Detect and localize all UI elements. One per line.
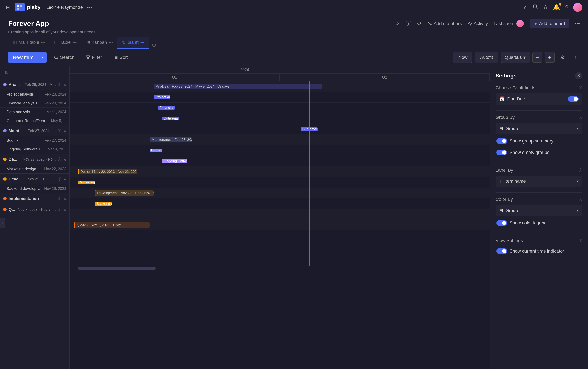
- svg-line-4: [536, 8, 538, 9]
- group-chevron-implementation[interactable]: ∧: [63, 196, 66, 201]
- avatar[interactable]: [573, 3, 582, 12]
- settings-color-by-select[interactable]: ⊞ Group ▾: [496, 205, 582, 216]
- gantt-bar-development[interactable]: Development | Nov 29, 2023 - Nov 29, 202…: [95, 190, 154, 196]
- tab-table-more[interactable]: •••: [72, 40, 77, 45]
- help-icon[interactable]: ?: [565, 4, 568, 11]
- group-chevron-development[interactable]: ∧: [63, 177, 66, 181]
- new-item-label[interactable]: New Item: [8, 52, 38, 63]
- tab-kanban[interactable]: Kanban •••: [81, 37, 117, 49]
- gantt-row-implementation-group[interactable]: [70, 209, 490, 220]
- group-chevron-analysis[interactable]: ∧: [63, 82, 66, 87]
- collapse-all-icon[interactable]: ⇅: [4, 70, 8, 75]
- show-empty-groups-toggle[interactable]: [496, 150, 507, 155]
- new-item-button[interactable]: New Item ▾: [8, 52, 47, 63]
- tab-kanban-more[interactable]: •••: [109, 40, 113, 45]
- tab-gantt-more[interactable]: •••: [140, 40, 145, 45]
- group-info-icon[interactable]: ⓘ: [58, 207, 61, 212]
- gantt-row-development-group[interactable]: Development | Nov 29, 2023 - Nov 29, 202…: [70, 188, 490, 198]
- star-icon[interactable]: ☆: [543, 4, 548, 11]
- filter-button[interactable]: Filter: [82, 52, 106, 62]
- search-nav-icon[interactable]: [532, 4, 538, 11]
- gantt-bar-ongoing-updates[interactable]: Ongoing Software Updates: [162, 159, 187, 163]
- zoom-out-button[interactable]: −: [532, 52, 542, 62]
- group-info-icon[interactable]: ⓘ: [58, 82, 61, 87]
- svg-marker-22: [86, 56, 90, 59]
- settings-label-by-select[interactable]: T Item name ▾: [496, 176, 582, 187]
- new-item-dropdown-arrow[interactable]: ▾: [38, 52, 47, 62]
- group-chevron-maintenance[interactable]: ∧: [63, 129, 66, 133]
- group-header-implementation[interactable]: Implementation ⓘ ∧: [0, 193, 70, 204]
- group-header-maintenance[interactable]: Maint... Feb 27, 2024 - ... ⓘ ∧: [0, 125, 70, 136]
- gantt-bar-data-analysis[interactable]: Data analysis: [162, 117, 179, 120]
- gantt-row-analysis-group[interactable]: Analysis | Feb 28, 2024 - May 5, 2024 | …: [70, 81, 490, 92]
- info-icon[interactable]: ⓘ: [406, 20, 411, 28]
- history-icon[interactable]: ⟳: [417, 20, 422, 27]
- group-header-analysis[interactable]: Ana... Feb 28, 2024 - M... ⓘ ∧: [0, 79, 70, 90]
- group-name-implementation: Implementation: [9, 196, 56, 201]
- show-group-summary-toggle[interactable]: [496, 138, 507, 144]
- gantt-row-design-group[interactable]: Design | Nov 22, 2023 - Nov 22, 2023 | 1…: [70, 166, 490, 177]
- gantt-bar-analysis[interactable]: Analysis | Feb 28, 2024 - May 5, 2024 | …: [154, 84, 322, 89]
- gantt-bar-project-analysis[interactable]: Project analysis: [154, 95, 170, 99]
- group-header-design[interactable]: De... Nov 22, 2023 - No... ⓘ ∧: [0, 154, 70, 165]
- gantt-bar-maintenance[interactable]: Maintenance | Feb 27, 2024 - Mar 4, 2024…: [149, 137, 191, 143]
- settings-close-button[interactable]: ✕: [575, 72, 582, 79]
- project-more-icon[interactable]: •••: [575, 21, 580, 26]
- group-info-icon[interactable]: ⓘ: [58, 128, 61, 133]
- gantt-right-panel[interactable]: 2024 Q1 Q2 Analysis | Feb 28, 2024 - May…: [70, 66, 490, 369]
- horizontal-scrollbar[interactable]: [70, 266, 490, 271]
- gantt-bar-marketing-design[interactable]: Marketing design: [78, 181, 95, 184]
- group-row-maintenance: Maint... Feb 27, 2024 - ... ⓘ ∧ Bug fix …: [0, 125, 70, 154]
- gantt-row-maintenance-group[interactable]: Maintenance | Feb 27, 2024 - Mar 4, 2024…: [70, 134, 490, 145]
- logo[interactable]: plaky: [15, 3, 40, 11]
- add-members-button[interactable]: Add members: [428, 21, 462, 26]
- add-to-board-button[interactable]: ＋ Add to board: [530, 19, 569, 28]
- group-info-icon[interactable]: ⓘ: [58, 176, 61, 181]
- quartals-button[interactable]: Quartals ▾: [500, 52, 530, 63]
- activity-button[interactable]: Activity: [468, 21, 488, 26]
- gantt-bar-bug-fix[interactable]: Bug fix: [149, 149, 162, 152]
- bell-icon[interactable]: 🔔: [553, 4, 560, 11]
- grid-icon[interactable]: ⊞: [6, 4, 10, 11]
- gantt-bar-design[interactable]: Design | Nov 22, 2023 - Nov 22, 2023 | 1…: [78, 169, 137, 174]
- tab-main-table[interactable]: Main table •••: [8, 37, 50, 49]
- info-icon-label-by[interactable]: ⓘ: [578, 168, 582, 173]
- collapse-panel-button[interactable]: ‹: [0, 218, 5, 228]
- show-current-time-toggle[interactable]: [496, 248, 507, 254]
- group-header-development[interactable]: Devel... Nov 29, 2023 - ... ⓘ ∧: [0, 174, 70, 184]
- scrollbar-thumb[interactable]: [78, 267, 156, 270]
- group-header-q[interactable]: Q... Nov 7, 2023 - Nov 7, ... ⓘ ∧: [0, 204, 70, 215]
- settings-group-by-select[interactable]: ⊞ Group ▾: [496, 123, 582, 134]
- autofit-button[interactable]: Autofit: [475, 52, 498, 63]
- search-button[interactable]: Search: [50, 52, 79, 62]
- info-icon-color-by[interactable]: ⓘ: [578, 197, 582, 202]
- sort-button[interactable]: Sort: [110, 52, 132, 62]
- gantt-settings-button[interactable]: ⚙: [557, 52, 568, 63]
- color-by-chevron: ▾: [577, 208, 578, 213]
- show-color-legend-toggle[interactable]: [496, 220, 507, 226]
- home-icon[interactable]: ⌂: [524, 4, 528, 11]
- info-icon-group-by[interactable]: ⓘ: [578, 115, 582, 120]
- group-chevron-q[interactable]: ∧: [63, 207, 66, 212]
- gantt-left-header: ⇅: [0, 66, 70, 79]
- gantt-bar-q[interactable]: 7, 2023 - Nov 7, 2023 | 1 day: [74, 222, 149, 228]
- export-button[interactable]: ↑: [571, 52, 580, 62]
- gantt-bar-financial-analysis[interactable]: Financial analysis: [158, 106, 175, 110]
- group-info-icon[interactable]: ⓘ: [58, 157, 61, 162]
- gantt-bar-backend-dev[interactable]: Backend development: [95, 202, 112, 206]
- gantt-row-q-group[interactable]: 7, 2023 - Nov 7, 2023 | 1 day: [70, 220, 490, 230]
- tab-main-table-more[interactable]: •••: [41, 40, 45, 45]
- view-settings-icon[interactable]: ⚙: [152, 42, 156, 49]
- zoom-in-button[interactable]: +: [545, 52, 555, 62]
- favorite-icon[interactable]: ☆: [395, 20, 400, 27]
- tab-gantt[interactable]: Gantt •••: [117, 37, 149, 49]
- due-date-toggle[interactable]: [568, 96, 578, 102]
- group-info-icon[interactable]: ⓘ: [58, 196, 61, 201]
- info-icon-gantt-fields[interactable]: ⓘ: [578, 85, 582, 90]
- group-chevron-design[interactable]: ∧: [63, 157, 66, 162]
- show-current-time-label: Show current time indicator: [509, 248, 581, 254]
- now-button[interactable]: Now: [453, 52, 472, 63]
- nav-more-icon[interactable]: •••: [87, 4, 92, 10]
- info-icon-view-settings[interactable]: ⓘ: [578, 238, 582, 243]
- tab-table[interactable]: Table •••: [50, 37, 81, 49]
